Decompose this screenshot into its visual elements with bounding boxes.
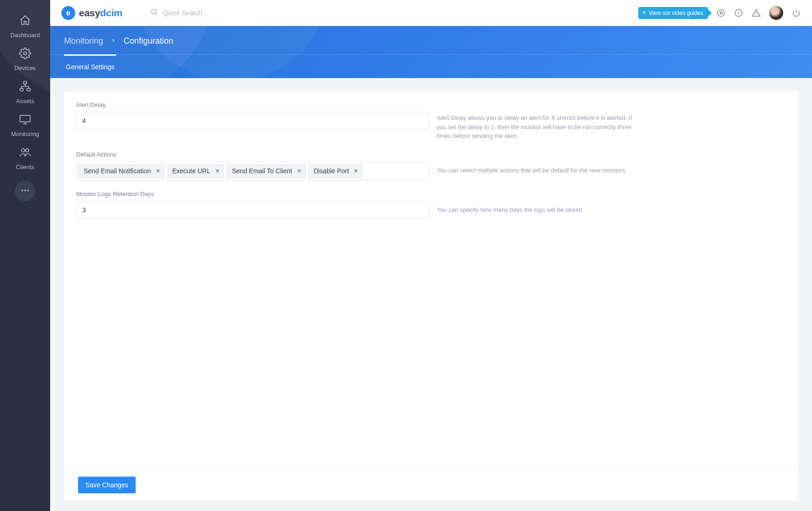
alert-delay-label: Alert Delay	[76, 101, 429, 108]
close-icon[interactable]: ✕	[354, 168, 358, 174]
sidebar-item-clients[interactable]: Clients	[0, 142, 50, 175]
breadcrumb: Monitoring Configuration	[50, 26, 812, 54]
svg-rect-2	[20, 88, 23, 91]
chip-label: Send Email Notification	[84, 167, 151, 175]
users-icon	[19, 146, 31, 160]
hierarchy-icon	[19, 80, 31, 94]
save-button[interactable]: Save Changes	[78, 477, 136, 493]
power-icon[interactable]	[792, 8, 801, 18]
default-action-chip[interactable]: Send Email To Client ✕	[227, 164, 306, 178]
alert-delay-help: Alert Delay allows you to delay an alert…	[437, 101, 641, 141]
video-guides-label: View our video guides	[649, 10, 703, 16]
info-icon[interactable]	[734, 8, 743, 18]
chevron-right-icon	[111, 38, 116, 45]
more-button[interactable]	[15, 181, 35, 201]
svg-point-5	[21, 149, 25, 152]
svg-rect-3	[27, 88, 30, 91]
close-icon[interactable]: ✕	[297, 168, 301, 174]
breadcrumb-root[interactable]: Monitoring	[64, 36, 103, 46]
default-action-chip[interactable]: Send Email Notification ✕	[79, 164, 164, 178]
save-button-label: Save Changes	[85, 481, 128, 489]
tab-general-settings[interactable]: General Settings	[64, 54, 116, 78]
svg-point-8	[24, 190, 26, 191]
avatar[interactable]	[769, 6, 783, 20]
svg-point-9	[27, 190, 29, 191]
svg-rect-4	[20, 115, 30, 122]
tab-label: General Settings	[66, 63, 114, 71]
sidebar-item-label: Monitoring	[11, 131, 39, 138]
svg-rect-1	[24, 81, 27, 84]
retention-input[interactable]	[76, 201, 429, 219]
video-guides-button[interactable]: ✕ View our video guides	[638, 7, 708, 19]
svg-point-6	[26, 149, 29, 152]
dots-icon	[20, 185, 30, 197]
sidebar-item-monitoring[interactable]: Monitoring	[0, 109, 50, 142]
sidebar-item-label: Assets	[16, 98, 34, 105]
footer-bar: Save Changes	[64, 469, 798, 501]
chip-label: Send Email To Client	[232, 167, 292, 175]
close-icon[interactable]: ✕	[642, 10, 646, 16]
breadcrumb-current: Configuration	[124, 36, 173, 46]
monitor-icon	[19, 113, 31, 127]
default-actions-input[interactable]: Send Email Notification ✕ Execute URL ✕ …	[76, 162, 429, 180]
default-action-chip[interactable]: Disable Port ✕	[308, 164, 362, 178]
chip-label: Execute URL	[172, 167, 210, 175]
alert-icon[interactable]	[752, 8, 761, 18]
default-action-chip[interactable]: Execute URL ✕	[167, 164, 224, 178]
alert-delay-input[interactable]	[76, 112, 429, 130]
retention-help: You can specify how many days the logs w…	[437, 190, 641, 219]
play-icon[interactable]	[716, 8, 726, 18]
svg-point-11	[718, 9, 725, 16]
sidebar-item-label: Clients	[16, 164, 34, 170]
default-actions-label: Default Actions	[76, 151, 429, 158]
chip-label: Disable Port	[314, 167, 349, 175]
retention-label: Monitor Logs Retention Days	[76, 190, 429, 197]
default-actions-help: You can select multiple actions that wil…	[437, 151, 641, 180]
settings-card: Alert Delay Alert Delay allows you to de…	[64, 91, 798, 469]
close-icon[interactable]: ✕	[156, 168, 160, 174]
svg-point-7	[21, 190, 23, 191]
close-icon[interactable]: ✕	[215, 168, 220, 174]
page-header: Monitoring Configuration General Setting…	[50, 26, 812, 78]
